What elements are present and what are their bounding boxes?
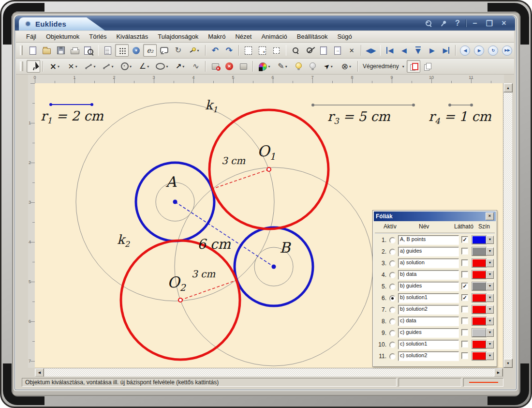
dropdown-caret-icon[interactable]: ▾ <box>75 64 77 69</box>
play-button[interactable]: ▶ <box>473 44 486 57</box>
layer-visible-checkbox[interactable] <box>461 271 468 278</box>
layer-color-swatch[interactable] <box>472 259 486 267</box>
menu-kivalasztas[interactable]: Kiválasztás <box>112 31 152 42</box>
fast-forward-button[interactable]: ▶▶ <box>501 44 514 57</box>
zoom-in-button[interactable] <box>289 44 302 57</box>
dropdown-caret-icon[interactable]: ▾ <box>111 64 113 69</box>
layer-color-swatch[interactable] <box>472 340 486 348</box>
dropdown-caret-icon[interactable]: ▾ <box>285 64 287 69</box>
vertical-scrollbar[interactable]: ▲ ▼ <box>503 83 512 368</box>
basepoint-tool-button[interactable]: ▾ <box>185 44 203 57</box>
arrow-style-button[interactable]: ➤▾ <box>320 60 337 73</box>
label-r4[interactable]: r4 = 1 cm <box>429 109 491 126</box>
scroll-up-button[interactable]: ▲ <box>503 83 513 92</box>
hide-object-button[interactable] <box>306 60 319 73</box>
layer-visible-checkbox[interactable]: ✓ <box>461 283 468 289</box>
layer-active-radio[interactable] <box>389 272 396 278</box>
fit-width-button[interactable]: ↔ <box>331 44 344 57</box>
scroll-left-button[interactable]: ◀ <box>35 368 44 377</box>
layer-active-radio[interactable] <box>389 284 396 290</box>
label-r1[interactable]: r1 = 2 cm <box>41 108 103 125</box>
layers-panel-titlebar[interactable]: Fóliák × <box>374 212 496 221</box>
menu-beallitasok[interactable]: Beállítások <box>293 31 332 42</box>
dropdown-caret-icon[interactable]: ▾ <box>166 64 168 69</box>
dropdown-caret-icon[interactable]: ▾ <box>197 48 199 53</box>
layers-panel[interactable]: Fóliák × Aktív Név Látható Szín 1. A, B … <box>372 210 497 367</box>
segment-tool-button[interactable]: ▾ <box>100 60 117 73</box>
layer-all-button[interactable] <box>421 60 434 73</box>
curve-tool-button[interactable]: ∿ <box>189 60 203 73</box>
point-tool-button[interactable]: ×▾ <box>46 60 63 73</box>
layer-color-dropdown[interactable]: ▼ <box>486 282 494 290</box>
label-k2[interactable]: k2 <box>117 232 130 249</box>
point-O1[interactable] <box>267 167 271 171</box>
point-O2[interactable] <box>178 298 182 302</box>
print-button[interactable] <box>68 44 82 57</box>
layer-color-swatch[interactable] <box>472 282 486 290</box>
layer-color-swatch[interactable] <box>472 352 486 360</box>
refresh-button[interactable]: ↻ <box>171 44 185 57</box>
dashed-line-AB[interactable] <box>175 202 274 267</box>
label-r3[interactable]: r3 = 5 cm <box>327 109 390 126</box>
menu-sugo[interactable]: Súgó <box>333 31 356 42</box>
scroll-right-button[interactable]: ▶ <box>494 368 503 377</box>
new-file-button[interactable] <box>26 44 40 57</box>
layer-visible-checkbox[interactable] <box>461 317 468 324</box>
close-button[interactable]: × <box>498 18 510 28</box>
menu-makro[interactable]: Makró <box>204 31 230 42</box>
selection-button[interactable] <box>242 44 255 57</box>
dashed-radius-O1[interactable] <box>213 169 269 189</box>
dropdown-caret-icon[interactable]: ▾ <box>268 64 270 69</box>
zoom-window-button[interactable]: + <box>422 18 435 28</box>
print-preview-button[interactable] <box>82 44 96 57</box>
layer-color-dropdown[interactable]: ▼ <box>486 352 494 360</box>
layer-color-swatch[interactable] <box>472 247 486 256</box>
layer-color-swatch[interactable] <box>472 294 486 302</box>
segment-r4-endpoint[interactable] <box>470 104 473 106</box>
undo-button[interactable]: ↶ <box>208 44 222 57</box>
label-B[interactable]: B <box>280 239 290 256</box>
document-text-button[interactable] <box>101 44 115 57</box>
anim-step-back-button[interactable]: ◀ <box>397 44 411 57</box>
conic-tool-button[interactable]: ▾ <box>153 60 171 73</box>
maximize-button[interactable]: ❒ <box>483 18 496 28</box>
layer-visible-checkbox[interactable] <box>461 306 468 313</box>
layer-name-input[interactable]: a) guides <box>398 247 459 257</box>
layer-name-input[interactable]: b) solution2 <box>398 305 459 315</box>
circle-tool-button[interactable]: ▾ <box>118 60 135 73</box>
layer-name-input[interactable]: A, B points <box>398 235 459 245</box>
layer-color-dropdown[interactable]: ▼ <box>486 271 494 279</box>
layer-active-radio[interactable] <box>389 249 396 255</box>
layer-visible-checkbox[interactable]: ✓ <box>461 294 468 301</box>
layer-color-dropdown[interactable]: ▼ <box>486 259 494 267</box>
dropdown-caret-icon[interactable]: ▾ <box>147 64 149 69</box>
layer-visible-checkbox[interactable] <box>461 352 468 359</box>
pin-window-button[interactable] <box>437 18 449 28</box>
segment-r1-endpoint[interactable] <box>90 103 93 106</box>
layer-active-radio[interactable] <box>389 260 396 267</box>
toolbar-grip[interactable] <box>20 61 23 71</box>
open-file-button[interactable] <box>40 44 54 57</box>
layer-name-input[interactable]: a) solution <box>398 258 459 268</box>
segment-r4-endpoint[interactable] <box>448 104 451 106</box>
dropdown-caret-icon[interactable]: ▾ <box>349 64 351 69</box>
redo-button[interactable]: ↷ <box>222 44 236 57</box>
title-bar[interactable]: ✹ Euklides + ? – ❒ × <box>15 16 515 30</box>
menu-tulajdonsagok[interactable]: Tulajdonságok <box>153 31 203 42</box>
layer-active-radio[interactable] <box>389 330 396 336</box>
anim-skip-end-button[interactable]: ▶ <box>439 44 453 57</box>
layer-visible-checkbox[interactable] <box>461 259 468 266</box>
layer-name-input[interactable]: c) solution2 <box>398 351 459 361</box>
comment-button[interactable] <box>157 44 171 57</box>
layer-name-input[interactable]: b) solution1 <box>398 293 459 303</box>
layer-name-input[interactable]: b) guides <box>398 282 459 291</box>
delete-all-button[interactable]: ✕ <box>222 60 236 73</box>
menu-fajl[interactable]: Fájl <box>22 31 41 42</box>
layer-active-radio[interactable] <box>389 342 396 348</box>
zoom-off-button[interactable] <box>303 44 316 57</box>
dropdown-caret-icon[interactable]: ▾ <box>58 64 59 69</box>
layer-color-dropdown[interactable]: ▼ <box>486 317 494 325</box>
dropdown-caret-icon[interactable]: ▾ <box>93 64 95 69</box>
anim-direction-button[interactable]: ◀▶ <box>364 44 378 57</box>
label-k1[interactable]: k1 <box>205 98 218 114</box>
